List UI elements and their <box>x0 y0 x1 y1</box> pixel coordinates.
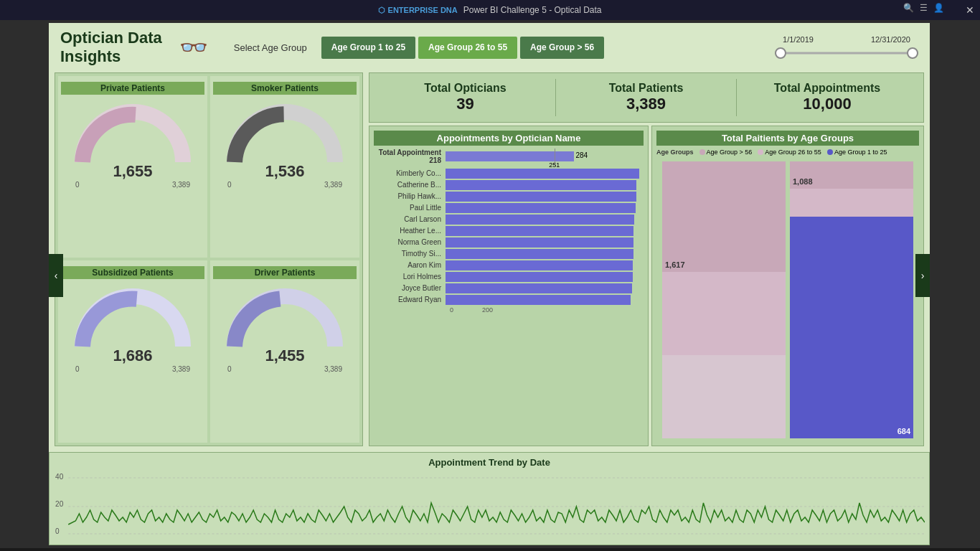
dashboard-header: Optician Data Insights 👓 Select Age Grou… <box>49 23 930 72</box>
bar-fill <box>446 215 634 225</box>
bar-container: 278 <box>446 203 644 213</box>
gauge-private-svg <box>68 98 197 169</box>
kpi-opticians-label: Total Opticians <box>381 82 550 95</box>
legend-26-55: Age Group 26 to 55 <box>758 149 821 156</box>
age-btn-26-55[interactable]: Age Group 26 to 55 <box>418 37 517 60</box>
gauge-subsidized-title: Subsidized Patients <box>61 266 204 279</box>
stacked-val-1088: 1,088 <box>793 177 813 186</box>
legend-label-1-25: Age Group 1 to 25 <box>834 149 887 156</box>
kpi-patients-label: Total Patients <box>562 82 730 95</box>
bar-row: Edward Ryan271 <box>374 295 644 305</box>
gauge-smoker-svg <box>220 98 349 169</box>
bar-fill <box>446 169 639 179</box>
date-end: 12/31/2020 <box>871 35 910 44</box>
date-range-filter: 1/1/2019 12/31/2020 <box>775 35 918 60</box>
age-btn-56-plus[interactable]: Age Group > 56 <box>520 37 604 60</box>
gauge-private-value: 1,655 <box>113 162 152 181</box>
titlebar-title: Power BI Challenge 5 - Optical Data <box>463 5 602 15</box>
close-button[interactable]: ✕ <box>966 4 974 16</box>
date-slider[interactable] <box>775 47 918 60</box>
kpi-opticians-value: 39 <box>381 95 550 113</box>
bar-list: Kimberly Co...284Catherine B...280Philip… <box>374 169 644 305</box>
gauge-subsidized-value: 1,686 <box>113 347 152 365</box>
trend-svg: 40 20 0 Jan 2019 Mar 2019 May 2019 Jul 2… <box>54 471 925 535</box>
bar-container: 284 <box>446 169 644 179</box>
bar-fill <box>446 295 631 305</box>
menu-icon[interactable]: ☰ <box>920 3 928 13</box>
search-icon[interactable]: 🔍 <box>903 3 914 13</box>
user-icon[interactable]: 👤 <box>933 3 944 13</box>
kpi-opticians: Total Opticians 39 <box>375 79 556 116</box>
dashboard-content: Private Patients 1,655 0 3,389 Smoker Pa… <box>49 72 930 452</box>
header-title-block: Optician Data Insights <box>60 29 162 67</box>
gauge-private-minmax: 0 3,389 <box>75 181 190 189</box>
trend-title: Appointment Trend by Date <box>54 457 925 468</box>
total-appt-row: Total Appointment 218 284 251 <box>374 149 644 164</box>
gauge-driver-title: Driver Patients <box>213 266 357 279</box>
legend-1-25: Age Group 1 to 25 <box>827 149 887 156</box>
y-label-20: 20 <box>55 500 64 508</box>
bar-row: Norma Green275 <box>374 237 644 248</box>
gauge-panel: Private Patients 1,655 0 3,389 Smoker Pa… <box>55 72 363 446</box>
legend-56-plus: Age Group > 56 <box>699 149 753 156</box>
legend-dot-1-25 <box>827 149 833 155</box>
bottom-bar: Optical Overview capture · 2663×1523 287… <box>0 548 980 551</box>
bar-row: Aaron Kim274 <box>374 260 644 270</box>
x-label-0: 0 <box>450 306 453 314</box>
stacked-seg-1-1: 1,617 <box>662 161 786 272</box>
kpi-patients: Total Patients 3,389 <box>556 79 737 116</box>
gauge-private-title: Private Patients <box>61 82 204 95</box>
bar-name: Catherine B... <box>374 181 446 189</box>
kpi-patients-value: 3,389 <box>562 95 730 113</box>
stacked-seg-2-1: 1,088 <box>790 161 913 189</box>
bar-fill <box>446 260 633 270</box>
bar-container: 275 <box>446 237 644 248</box>
slider-thumb-right[interactable] <box>907 47 918 59</box>
bar-container: 274 <box>446 260 644 270</box>
bar-fill <box>446 272 633 282</box>
gauge-private-patients: Private Patients 1,655 0 3,389 <box>58 76 207 258</box>
age-chart-panel: Total Paitients by Age Groups Age Groups… <box>651 126 924 446</box>
bar-container: 280 <box>446 180 644 190</box>
kpi-row: Total Opticians 39 Total Patients 3,389 … <box>369 72 924 123</box>
gauge-driver-patients: Driver Patients 1,455 0 3,389 <box>210 260 359 443</box>
bar-row: Carl Larson276 <box>374 215 644 225</box>
stacked-seg-1-2 <box>662 272 786 355</box>
bar-name: Joyce Butler <box>374 284 446 292</box>
kpi-appointments-value: 10,000 <box>743 95 912 113</box>
right-nav-arrow[interactable]: › <box>915 254 930 297</box>
y-label-40: 40 <box>55 473 64 481</box>
stacked-seg-2-3: 684 <box>790 217 913 438</box>
titlebar-icons: 🔍 ☰ 👤 <box>903 3 944 13</box>
trend-panel: Appointment Trend by Date 40 20 0 Jan 20… <box>49 452 930 545</box>
age-legend: Age Groups Age Group > 56 Age Group 26 t… <box>656 149 919 156</box>
gauges-grid: Private Patients 1,655 0 3,389 Smoker Pa… <box>55 72 363 446</box>
bar-fill <box>446 283 632 293</box>
bar-name: Edward Ryan <box>374 296 446 303</box>
age-chart-title: Total Paitients by Age Groups <box>656 131 919 146</box>
total-appt-bar-container: 284 251 <box>446 150 644 163</box>
age-group-buttons: Age Group 1 to 25 Age Group 26 to 55 Age… <box>321 37 604 60</box>
date-labels: 1/1/2019 12/31/2020 <box>783 35 910 44</box>
charts-row: Appointments by Optician Name Total Appo… <box>369 126 924 446</box>
bar-fill <box>446 226 633 236</box>
bar-row: Heather Le...275 <box>374 226 644 236</box>
main-dashboard: Optician Data Insights 👓 Select Age Grou… <box>49 23 930 545</box>
glasses-icon: 👓 <box>179 34 208 61</box>
avg-label: 251 <box>549 161 560 169</box>
legend-dot-26-55 <box>758 149 763 155</box>
stacked-val-684: 684 <box>897 427 910 435</box>
bar-container: 275 <box>446 226 644 236</box>
bar-row: Timothy Si...275 <box>374 249 644 259</box>
bar-fill <box>446 192 636 202</box>
gauge-smoker-minmax: 0 3,389 <box>227 181 342 189</box>
bar-fill <box>446 180 636 190</box>
age-btn-1-25[interactable]: Age Group 1 to 25 <box>321 37 415 60</box>
slider-thumb-left[interactable] <box>775 47 786 59</box>
left-nav-arrow[interactable]: ‹ <box>49 254 63 297</box>
bar-chart-panel: Appointments by Optician Name Total Appo… <box>369 126 649 446</box>
titlebar: ⬡ ENTERPRISE DNA Power BI Challenge 5 - … <box>0 0 980 20</box>
bar-row: Philip Hawk...279 <box>374 192 644 202</box>
bar-fill <box>446 237 633 248</box>
bar-name: Norma Green <box>374 238 446 246</box>
